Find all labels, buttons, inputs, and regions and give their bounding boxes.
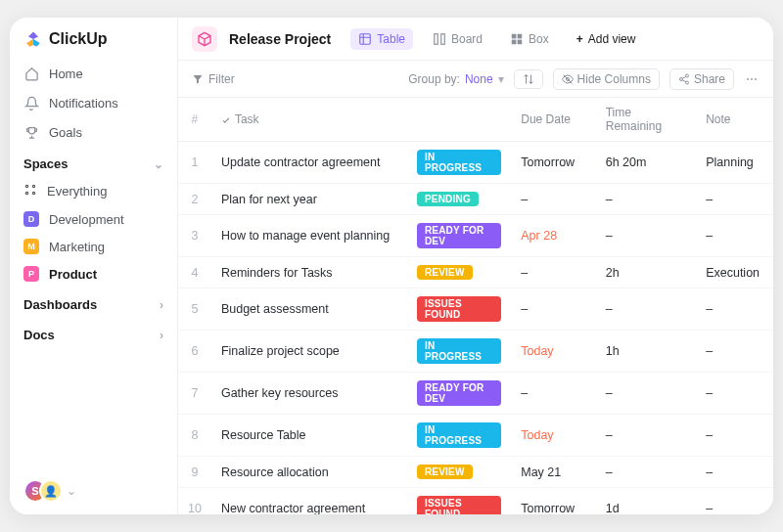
task-row[interactable]: 3 How to manage event planning READY FOR… (178, 215, 773, 257)
row-num: 5 (178, 288, 211, 331)
time-cell[interactable]: 1h (596, 331, 696, 373)
row-num: 4 (178, 257, 211, 288)
task-row[interactable]: 2 Plan for next year PENDING – – – (178, 184, 773, 215)
dashboards-section[interactable]: Dashboards› (10, 288, 177, 318)
time-cell[interactable]: – (596, 415, 696, 457)
col-due[interactable]: Due Date (511, 98, 595, 142)
space-label: Development (49, 212, 124, 227)
task-row[interactable]: 1 Update contractor agreement IN PROGRES… (178, 142, 773, 184)
note-cell[interactable]: – (696, 457, 773, 488)
status-badge[interactable]: ISSUES FOUND (417, 296, 501, 322)
time-cell[interactable]: – (596, 184, 696, 215)
project-title: Release Project (229, 31, 331, 47)
task-row[interactable]: 7 Gather key resources READY FOR DEV – –… (178, 373, 773, 415)
sort-button[interactable] (514, 69, 543, 89)
nav-label: Home (49, 66, 83, 81)
svg-rect-5 (435, 33, 438, 44)
note-cell[interactable]: – (696, 415, 773, 457)
row-num: 7 (178, 373, 211, 415)
groupby-button[interactable]: Group by: None ▾ (408, 72, 503, 86)
brand-name: ClickUp (49, 30, 108, 48)
status-badge[interactable]: ISSUES FOUND (417, 496, 501, 514)
status-badge[interactable]: REVIEW (417, 465, 473, 479)
nav-home[interactable]: Home (10, 59, 177, 88)
space-item-development[interactable]: DDevelopment (10, 205, 177, 233)
col-task[interactable]: Task (211, 98, 407, 142)
due-cell[interactable]: Apr 28 (511, 215, 595, 257)
status-badge[interactable]: READY FOR DEV (417, 380, 501, 406)
task-row[interactable]: 9 Resource allocation REVIEW May 21 – – (178, 457, 773, 488)
status-badge[interactable]: IN PROGRESS (417, 150, 501, 175)
nav-label: Notifications (49, 96, 118, 111)
time-cell[interactable]: – (596, 215, 696, 257)
svg-point-1 (32, 185, 34, 187)
brand-logo[interactable]: ClickUp (10, 18, 177, 59)
due-cell[interactable]: – (511, 257, 595, 288)
bell-icon (23, 95, 39, 111)
task-name: Resource Table (221, 428, 306, 442)
docs-section[interactable]: Docs› (10, 318, 177, 348)
svg-point-12 (685, 74, 688, 77)
time-cell[interactable]: 6h 20m (596, 142, 696, 184)
chevron-down-icon: ▾ (498, 72, 504, 86)
note-cell[interactable]: – (696, 373, 773, 415)
task-row[interactable]: 6 Finalize project scope IN PROGRESS Tod… (178, 331, 773, 373)
due-cell[interactable]: Tomorrow (511, 142, 595, 184)
home-icon (23, 66, 39, 81)
space-item-product[interactable]: PProduct (10, 260, 177, 288)
hide-columns-button[interactable]: Hide Columns (553, 68, 660, 90)
row-num: 6 (178, 331, 211, 373)
status-badge[interactable]: PENDING (417, 192, 479, 206)
svg-rect-4 (360, 33, 371, 44)
row-num: 2 (178, 184, 211, 215)
time-cell[interactable]: – (596, 288, 696, 331)
status-badge[interactable]: READY FOR DEV (417, 223, 501, 248)
view-board[interactable]: Board (425, 28, 490, 50)
due-cell[interactable]: – (511, 184, 595, 215)
time-cell[interactable]: – (596, 457, 696, 488)
task-row[interactable]: 4 Reminders for Tasks REVIEW – 2h Execut… (178, 257, 773, 288)
due-cell[interactable]: Today (511, 331, 595, 373)
note-cell[interactable]: – (696, 488, 773, 515)
col-time[interactable]: Time Remaining (596, 98, 696, 142)
note-cell[interactable]: Planning (696, 142, 773, 184)
note-cell[interactable]: – (696, 215, 773, 257)
note-cell[interactable]: – (696, 331, 773, 373)
due-cell[interactable]: Today (511, 415, 595, 457)
check-icon (221, 115, 231, 125)
status-badge[interactable]: REVIEW (417, 265, 473, 280)
view-table[interactable]: Table (350, 28, 413, 50)
status-badge[interactable]: IN PROGRESS (417, 422, 501, 448)
avatar[interactable]: 👤 (39, 479, 63, 503)
task-row[interactable]: 8 Resource Table IN PROGRESS Today – – (178, 415, 773, 457)
filter-button[interactable]: Filter (192, 72, 235, 86)
due-cell[interactable]: – (511, 373, 595, 415)
space-item-marketing[interactable]: MMarketing (10, 233, 177, 260)
spaces-header[interactable]: Spaces⌄ (10, 147, 177, 177)
time-cell[interactable]: – (596, 373, 696, 415)
note-cell[interactable]: Execution (696, 257, 773, 288)
view-box[interactable]: Box (502, 28, 557, 50)
clickup-icon (23, 29, 43, 49)
due-cell[interactable]: Tomorrow (511, 488, 595, 515)
chevron-right-icon: › (160, 329, 163, 342)
note-cell[interactable]: – (696, 184, 773, 215)
due-cell[interactable]: – (511, 288, 595, 331)
time-cell[interactable]: 1d (596, 488, 696, 515)
more-button[interactable]: ⋯ (744, 71, 760, 87)
nav-goals[interactable]: Goals (10, 117, 177, 147)
nav-notifications[interactable]: Notifications (10, 88, 177, 117)
col-note[interactable]: Note (696, 98, 773, 142)
add-view[interactable]: +Add view (569, 28, 644, 50)
share-icon (678, 73, 690, 85)
status-badge[interactable]: IN PROGRESS (417, 338, 501, 364)
task-row[interactable]: 5 Budget assessment ISSUES FOUND – – – (178, 288, 773, 331)
time-cell[interactable]: 2h (596, 257, 696, 288)
user-avatars[interactable]: S 👤 ⌄ (10, 467, 177, 514)
due-cell[interactable]: May 21 (511, 457, 595, 488)
task-row[interactable]: 10 New contractor agreement ISSUES FOUND… (178, 488, 773, 515)
space-everything[interactable]: Everything (10, 177, 177, 205)
col-num: # (178, 98, 211, 142)
note-cell[interactable]: – (696, 288, 773, 331)
share-button[interactable]: Share (669, 68, 734, 90)
